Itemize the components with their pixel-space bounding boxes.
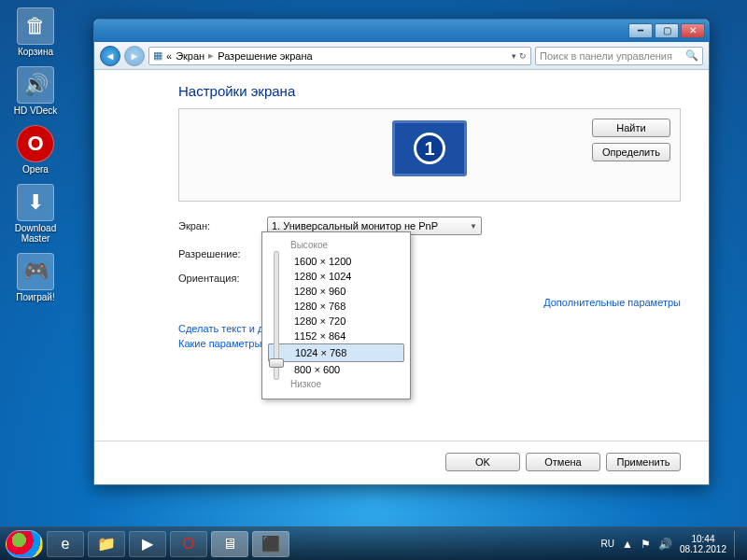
resolution-option[interactable]: 1152 × 864 [268, 329, 404, 343]
window-titlebar: ━ ▢ ✕ [94, 20, 709, 42]
resolution-option[interactable]: 1280 × 1024 [268, 269, 404, 284]
taskbar-app[interactable]: ⬛ [252, 531, 289, 557]
slider-thumb[interactable] [269, 358, 284, 368]
resolution-option[interactable]: 747 × 560 [268, 362, 404, 377]
desktop-icon-hdvdeck[interactable]: 🔊HD VDeck [6, 66, 65, 116]
resolution-option-selected[interactable]: 1024 × 768 [268, 343, 404, 362]
display-label: Экран: [178, 220, 267, 231]
page-title: Настройки экрана [178, 83, 681, 99]
resolution-option[interactable]: 1280 × 768 [268, 299, 404, 314]
desktop-icon-game[interactable]: 🎮Поиграй! [6, 253, 65, 302]
control-panel-icon: ▦ [153, 49, 162, 62]
taskbar-explorer[interactable]: 📁 [88, 531, 125, 557]
apply-button[interactable]: Применить [606, 453, 681, 471]
back-button[interactable]: ◄ [100, 46, 120, 66]
minimize-button[interactable]: ━ [628, 23, 653, 38]
address-bar[interactable]: ▦ « Экран ▸ Разрешение экрана ▾ ↻ [148, 47, 531, 65]
text-size-link[interactable]: Сделать текст и другие [178, 323, 681, 334]
find-button[interactable]: Найти [592, 119, 670, 137]
advanced-link[interactable]: Дополнительные параметры [543, 297, 681, 308]
dropdown-high-label: Высокое [290, 240, 404, 250]
monitor-thumbnail[interactable]: 1 [392, 120, 467, 176]
display-preview: 1 Найти Определить [178, 108, 681, 202]
dropdown-low-label: Низкое [290, 379, 404, 389]
show-desktop-button[interactable] [734, 531, 741, 557]
desktop-icon-opera[interactable]: OOpera [6, 125, 65, 175]
monitor-number: 1 [414, 133, 445, 164]
close-button[interactable]: ✕ [681, 23, 705, 38]
taskbar-ie[interactable]: e [47, 531, 84, 557]
cancel-button[interactable]: Отмена [526, 453, 600, 471]
taskbar-opera[interactable]: O [170, 531, 207, 557]
desktop-icon-recycle[interactable]: 🗑Корзина [6, 7, 65, 57]
ok-button[interactable]: OK [445, 453, 520, 471]
tray-volume-icon[interactable]: 🔊 [658, 538, 672, 551]
maximize-button[interactable]: ▢ [655, 23, 679, 38]
resolution-option[interactable]: 1280 × 960 [268, 284, 404, 299]
tray-flag-icon[interactable]: ▲ [622, 538, 633, 551]
resolution-dropdown: Высокое 1600 × 1200 1280 × 1024 1280 × 9… [261, 231, 411, 399]
window-toolbar: ◄ ► ▦ « Экран ▸ Разрешение экрана ▾ ↻ По… [94, 42, 709, 70]
resolution-label: Разрешение: [178, 248, 267, 259]
chevron-down-icon: ▼ [470, 222, 477, 231]
download-icon: ⬇ [17, 184, 54, 221]
system-tray: RU ▲ ⚑ 🔊 10:44 08.12.2012 [601, 531, 741, 557]
gamepad-icon: 🎮 [17, 253, 54, 290]
orientation-label: Ориентация: [178, 273, 267, 284]
desktop-icon-dm[interactable]: ⬇Download Master [6, 184, 65, 244]
taskbar: e 📁 ▶ O 🖥 ⬛ RU ▲ ⚑ 🔊 10:44 08.12.2012 [0, 526, 747, 560]
search-icon: 🔍 [685, 49, 698, 62]
tray-action-icon[interactable]: ⚑ [641, 538, 651, 551]
refresh-icon[interactable]: ▾ ↻ [512, 51, 527, 61]
trash-icon: 🗑 [17, 7, 54, 45]
opera-icon: O [17, 125, 54, 162]
audio-icon: 🔊 [17, 66, 54, 104]
lang-indicator[interactable]: RU [601, 539, 614, 549]
detect-button[interactable]: Определить [592, 143, 670, 161]
taskbar-media[interactable]: ▶ [129, 531, 166, 557]
start-button[interactable] [6, 530, 43, 558]
search-input[interactable]: Поиск в панели управления 🔍 [535, 47, 703, 65]
desktop-icons: 🗑Корзина 🔊HD VDeck OOpera ⬇Download Mast… [6, 7, 71, 312]
forward-button[interactable]: ► [124, 46, 145, 66]
resolution-option[interactable]: 1600 × 1200 [268, 254, 404, 269]
resolution-option[interactable]: 1280 × 720 [268, 314, 404, 329]
clock[interactable]: 10:44 08.12.2012 [680, 534, 726, 554]
which-settings-link[interactable]: Какие параметры мон [178, 338, 681, 349]
taskbar-display-settings[interactable]: 🖥 [211, 531, 248, 557]
